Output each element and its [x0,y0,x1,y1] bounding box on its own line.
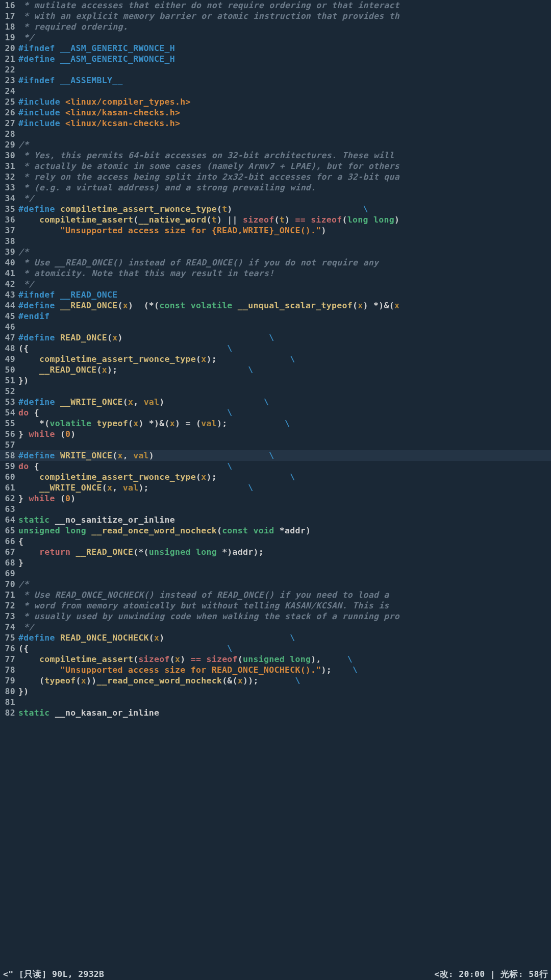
line-content: * atomicity. Note that this may result i… [18,268,551,279]
code-line[interactable]: 26#include <linux/kasan-checks.h> [0,107,551,118]
code-line[interactable]: 28 [0,129,551,139]
code-line[interactable]: 68} [0,557,551,568]
code-line[interactable]: 56} while (0) [0,429,551,439]
line-number: 49 [0,354,18,364]
line-content: } while (0) [18,429,551,439]
code-line[interactable]: 71 * Use READ_ONCE_NOCHECK() instead of … [0,590,551,600]
code-line[interactable]: 65unsigned long __read_once_word_nocheck… [0,525,551,536]
line-content: */ [18,622,551,632]
code-line[interactable]: 49 compiletime_assert_rwonce_type(x); \ [0,354,551,364]
code-line[interactable]: 34 */ [0,193,551,204]
code-line[interactable]: 44#define __READ_ONCE(x) (*(const volati… [0,300,551,311]
code-line[interactable]: 72 * word from memory atomically but wit… [0,600,551,611]
code-line[interactable]: 25#include <linux/compiler_types.h> [0,96,551,107]
code-line[interactable]: 77 compiletime_assert(sizeof(x) == sizeo… [0,654,551,665]
code-line[interactable]: 21#define __ASM_GENERIC_RWONCE_H [0,54,551,64]
line-number: 31 [0,161,18,172]
code-line[interactable]: 47#define READ_ONCE(x) \ [0,332,551,343]
code-line[interactable]: 51}) [0,375,551,386]
line-number: 48 [0,343,18,354]
code-line[interactable]: 63 [0,504,551,514]
code-line[interactable]: 16 * mutilate accesses that either do no… [0,0,551,11]
code-line[interactable]: 53#define __WRITE_ONCE(x, val) \ [0,397,551,407]
code-line[interactable]: 73 * usually used by unwinding code when… [0,611,551,622]
line-number: 32 [0,172,18,182]
code-line[interactable]: 29/* [0,139,551,150]
code-line[interactable]: 19 */ [0,32,551,43]
code-line[interactable]: 20#ifndef __ASM_GENERIC_RWONCE_H [0,43,551,54]
code-line[interactable]: 62} while (0) [0,493,551,504]
line-content [18,86,551,96]
code-area[interactable]: 16 * mutilate accesses that either do no… [0,0,551,718]
code-editor[interactable]: 窗口(W) 编辑(E) 工具(Q) 启动(H) 名称 版本 软件源 组 ardu… [0,0,551,968]
code-line[interactable]: 35#define compiletime_assert_rwonce_type… [0,204,551,214]
line-number: 62 [0,493,18,504]
code-line[interactable]: 57 [0,439,551,450]
code-line[interactable]: 18 * required ordering. [0,21,551,32]
code-line[interactable]: 50 __READ_ONCE(x); \ [0,364,551,375]
code-line[interactable]: 22 [0,64,551,75]
code-line[interactable]: 30 * Yes, this permits 64-bit accesses o… [0,150,551,161]
code-line[interactable]: 43#ifndef __READ_ONCE [0,289,551,300]
code-line[interactable]: 69 [0,568,551,579]
code-line[interactable]: 55 *(volatile typeof(x) *)&(x) = (val); … [0,418,551,429]
line-content: #define READ_ONCE_NOCHECK(x) \ [18,632,551,643]
code-line[interactable]: 37 "Unsupported access size for {READ,WR… [0,225,551,236]
code-line[interactable]: 17 * with an explicit memory barrier or … [0,11,551,21]
code-line[interactable]: 59do { \ [0,461,551,472]
code-line[interactable]: 70/* [0,579,551,590]
line-number: 44 [0,300,18,311]
line-content: #define compiletime_assert_rwonce_type(t… [18,204,551,214]
code-line[interactable]: 67 return __READ_ONCE(*(unsigned long *)… [0,547,551,557]
line-number: 61 [0,482,18,493]
code-line[interactable]: 80}) [0,686,551,697]
line-content: } [18,557,551,568]
line-number: 72 [0,600,18,611]
code-line[interactable]: 64static __no_sanitize_or_inline [0,514,551,525]
code-line[interactable]: 40 * Use __READ_ONCE() instead of READ_O… [0,257,551,268]
line-number: 34 [0,193,18,204]
line-number: 78 [0,665,18,675]
code-line[interactable]: 75#define READ_ONCE_NOCHECK(x) \ [0,632,551,643]
code-line[interactable]: 38 [0,236,551,247]
code-line[interactable]: 78 "Unsupported access size for READ_ONC… [0,665,551,675]
code-line[interactable]: 32 * rely on the access being split into… [0,172,551,182]
code-line[interactable]: 81 [0,697,551,707]
code-line[interactable]: 82static __no_kasan_or_inline [0,707,551,718]
code-line[interactable]: 42 */ [0,279,551,289]
code-line[interactable]: 60 compiletime_assert_rwonce_type(x); \ [0,472,551,482]
line-number: 75 [0,632,18,643]
code-line[interactable]: 76({ \ [0,643,551,654]
code-line[interactable]: 45#endif [0,311,551,322]
code-line[interactable]: 66{ [0,536,551,547]
code-line[interactable]: 52 [0,386,551,397]
code-line[interactable]: 61 __WRITE_ONCE(x, val); \ [0,482,551,493]
line-number: 79 [0,675,18,686]
code-line[interactable]: 54do { \ [0,407,551,418]
line-content: * (e.g. a virtual address) and a strong … [18,182,551,193]
code-line[interactable]: 79 (typeof(x))__read_once_word_nocheck(&… [0,675,551,686]
line-content: #include <linux/kasan-checks.h> [18,107,551,118]
line-number: 58 [0,450,18,461]
line-number: 66 [0,536,18,547]
code-line[interactable]: 46 [0,322,551,332]
line-number: 27 [0,118,18,129]
line-content [18,64,551,75]
line-content: */ [18,193,551,204]
code-line[interactable]: 27#include <linux/kcsan-checks.h> [0,118,551,129]
code-line[interactable]: 23#ifndef __ASSEMBLY__ [0,75,551,86]
code-line[interactable]: 58#define WRITE_ONCE(x, val) \ [0,450,551,461]
line-number: 41 [0,268,18,279]
code-line[interactable]: 36 compiletime_assert(__native_word(t) |… [0,214,551,225]
line-number: 47 [0,332,18,343]
code-line[interactable]: 41 * atomicity. Note that this may resul… [0,268,551,279]
line-content: */ [18,32,551,43]
line-content: /* [18,139,551,150]
code-line[interactable]: 33 * (e.g. a virtual address) and a stro… [0,182,551,193]
code-line[interactable]: 48({ \ [0,343,551,354]
code-line[interactable]: 31 * actually be atomic in some cases (n… [0,161,551,172]
code-line[interactable]: 74 */ [0,622,551,632]
code-line[interactable]: 39/* [0,247,551,257]
code-line[interactable]: 24 [0,86,551,96]
line-number: 38 [0,236,18,247]
